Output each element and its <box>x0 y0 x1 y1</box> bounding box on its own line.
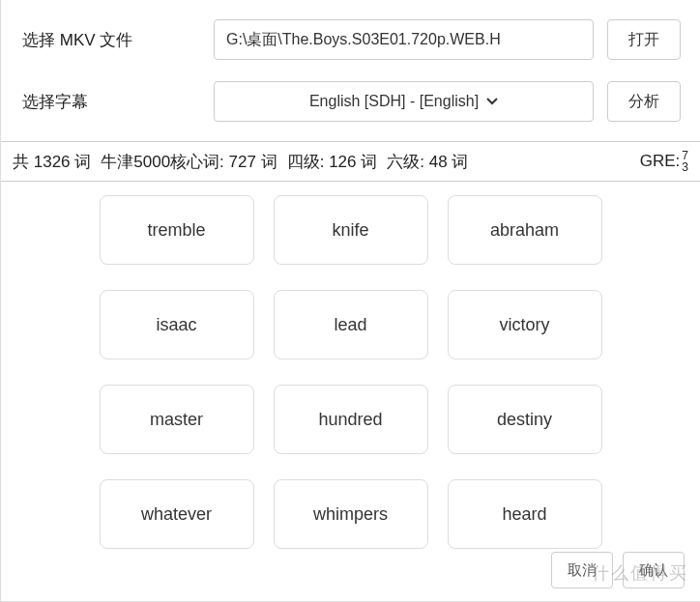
footer-cancel-button[interactable]: 取消 <box>551 552 613 588</box>
word-card[interactable]: lead <box>274 290 428 359</box>
word-card[interactable]: abraham <box>448 195 602 265</box>
file-label: 选择 MKV 文件 <box>20 29 214 51</box>
stats-cet4-value: 126 <box>329 153 356 171</box>
word-card[interactable]: tremble <box>100 195 254 265</box>
stats-total-prefix: 共 <box>13 153 29 171</box>
word-card[interactable]: whimpers <box>274 479 428 549</box>
stats-cet4-suffix: 词 <box>361 153 377 171</box>
word-card[interactable]: master <box>100 385 254 454</box>
stats-oxford-value: 727 <box>229 153 256 171</box>
footer-confirm-button[interactable]: 确认 <box>623 552 685 588</box>
stats-oxford-label: 牛津5000核心词: <box>101 153 224 171</box>
stats-oxford-suffix: 词 <box>261 153 277 171</box>
word-card[interactable]: hundred <box>274 385 428 454</box>
subtitle-select-value: English [SDH] - [English] <box>309 93 479 110</box>
open-button[interactable]: 打开 <box>607 19 681 60</box>
chevron-down-icon <box>486 98 498 105</box>
word-card[interactable]: heard <box>448 479 602 549</box>
stats-cet6-label: 六级: <box>387 153 424 171</box>
stats-total-suffix: 词 <box>74 153 91 171</box>
word-card[interactable]: victory <box>448 290 602 359</box>
word-card[interactable]: isaac <box>100 290 254 359</box>
word-grid: tremble knife abraham isaac lead victory… <box>1 195 700 549</box>
word-card[interactable]: knife <box>274 195 428 265</box>
word-card[interactable]: destiny <box>448 385 602 454</box>
analyze-button[interactable]: 分析 <box>607 81 681 122</box>
stats-cet6-suffix: 词 <box>452 153 468 171</box>
stats-total-value: 1326 <box>34 153 71 171</box>
word-card[interactable]: whatever <box>100 479 254 549</box>
stats-bar: 共 1326 词 牛津5000核心词: 727 词 四级: 126 词 六级: … <box>1 141 700 182</box>
file-path-input[interactable] <box>214 19 594 60</box>
stats-cet4-label: 四级: <box>287 153 325 171</box>
stats-cet6-value: 48 <box>429 153 448 171</box>
stats-gre-label: GRE: <box>640 152 681 171</box>
subtitle-select[interactable]: English [SDH] - [English] <box>214 81 594 122</box>
stats-gre-bottom: 3 <box>682 161 688 173</box>
subtitle-label: 选择字幕 <box>20 91 214 113</box>
